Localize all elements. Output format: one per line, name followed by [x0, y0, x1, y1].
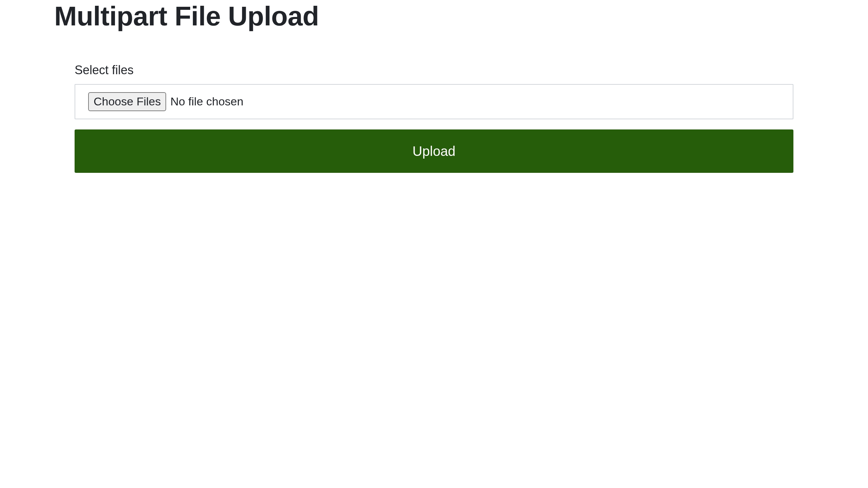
- file-selection-status: No file chosen: [170, 95, 243, 108]
- upload-form: Select files Choose Files No file chosen…: [54, 63, 814, 173]
- page-title: Multipart File Upload: [54, 0, 814, 33]
- page-container: Multipart File Upload Select files Choos…: [0, 0, 868, 173]
- choose-files-button[interactable]: Choose Files: [88, 92, 166, 111]
- file-input[interactable]: Choose Files No file chosen: [75, 84, 793, 119]
- upload-button[interactable]: Upload: [75, 129, 793, 173]
- select-files-label: Select files: [75, 63, 793, 77]
